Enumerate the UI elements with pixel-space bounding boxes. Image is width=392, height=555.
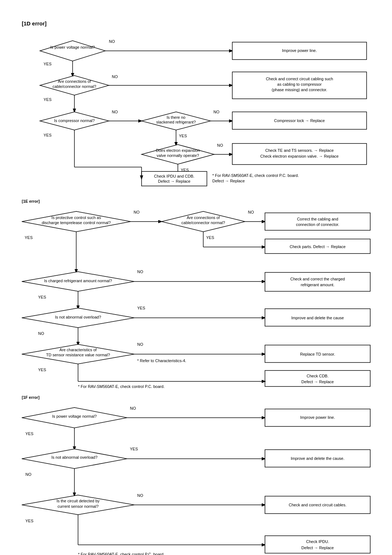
r2-1d-2: as cabling to compressor: [277, 82, 322, 86]
q5-1e: Are characteristics of: [60, 348, 97, 352]
r2-1d-3: (phase missing) and connector.: [272, 88, 327, 92]
yes-1e-q4: YES: [137, 306, 145, 310]
q1-1d: Is power voltage normal?: [50, 45, 95, 49]
no-1f-q1: NO: [130, 406, 136, 410]
r4-1e: Improve and delete the cause: [291, 316, 344, 320]
no-1d-q5: NO: [217, 143, 223, 147]
yes-1d-q3: YES: [44, 133, 52, 137]
note1-1d: * For RAV-SM560AT-E, check control P.C. …: [212, 173, 299, 178]
r2-1e: Check parts. Defect → Replace: [290, 244, 346, 249]
no-1d-q4: NO: [213, 110, 220, 114]
q5-1e-2: TD sensor resistance value normal?: [46, 353, 110, 357]
no-1e-q1: NO: [134, 210, 140, 214]
r5-1d: Check IPDU and CDB.: [154, 174, 194, 178]
q2-1d: Are connections of: [58, 79, 91, 84]
r3-1f: Check and correct circuit cables.: [289, 503, 347, 507]
no-1d-q1: NO: [109, 39, 115, 44]
r2-1d: Check and correct circuit cabling such: [266, 77, 333, 81]
no-1e-q3: NO: [137, 270, 143, 274]
q5-1d: Does electron expansion: [156, 148, 200, 153]
section-1f: [1F error] Is power voltage normal? NO Y…: [11, 389, 381, 555]
r5-1d-2: Defect → Replace: [158, 179, 190, 183]
svg-rect-19: [142, 171, 207, 186]
r2-1f: Improve and delete the cause.: [291, 456, 344, 461]
q1-1e-2: discharge temprelease control normal?: [42, 220, 111, 225]
r1-1d: Improve power line.: [282, 48, 317, 53]
r1-1f: Improve power line.: [300, 415, 335, 420]
no-1f-q3: NO: [137, 493, 143, 498]
r6-1e-2: Defect → Replace: [301, 380, 334, 384]
r3-1e-2: refrigerant amount.: [301, 283, 335, 287]
yes-1e-q1: YES: [25, 235, 33, 240]
q3-1f-2: current sensor normal?: [57, 504, 98, 509]
no-1d-q2: NO: [112, 74, 118, 79]
yes-1d-q2: YES: [44, 97, 52, 102]
r1-1e: Correct the cabling and: [297, 217, 338, 221]
r4-1d: Check TE and TS sensors. → Replace: [265, 148, 334, 153]
q2-1f: Is not abnormal overload?: [51, 455, 97, 459]
r5-1e: Replace TD sensor.: [300, 352, 335, 356]
yes-1d-q4: YES: [179, 134, 187, 138]
yes-1e-q2: YES: [206, 235, 214, 240]
no-1e-q2: NO: [248, 210, 254, 214]
q2-1e-2: cable/connector normal?: [181, 220, 225, 225]
title-1f: [1F error]: [22, 395, 40, 400]
svg-rect-58: [265, 536, 370, 553]
note2-1e: * For RAV-SM560AT-E, check control P.C. …: [78, 384, 164, 389]
yes-1f-q3: YES: [25, 519, 33, 523]
svg-rect-34: [265, 272, 370, 291]
r4-1d-2: Check electron expansion valve. → Replac…: [260, 154, 339, 158]
q4-1d-2: slackened refrigerant?: [156, 120, 196, 124]
r4-1f: Check IPDU.: [306, 539, 329, 544]
note1-1d-2: Defect → Replace: [212, 179, 245, 183]
yes-1f-q1: YES: [25, 432, 33, 436]
section-1d: [1D error] Is power voltage normal? NO Y…: [11, 15, 381, 193]
no-1f-q2: NO: [25, 472, 32, 477]
q4-1e: Is not abnormal overload?: [55, 315, 101, 319]
svg-rect-43: [265, 370, 370, 386]
diagram-1f: [1F error] Is power voltage normal? NO Y…: [11, 389, 381, 555]
r4-1f-2: Defect → Replace: [301, 546, 334, 550]
q4-1d: Is there no: [167, 115, 185, 119]
r3-1d: Compressor lock → Replace: [274, 118, 325, 123]
svg-marker-0: [40, 41, 105, 61]
r1-1e-2: connection of connector.: [296, 222, 339, 227]
q3-1d: Is compressor normal?: [54, 118, 95, 123]
q3-1e: Is charged refrigerant amount normal?: [44, 279, 112, 283]
r3-1e: Check and correct the charged: [290, 277, 345, 281]
no-1d-q3: NO: [112, 110, 118, 114]
yes-1f-q2: YES: [130, 447, 138, 451]
section-1e: [1E error] Is protective control such as…: [11, 193, 381, 389]
q2-1d-2: cable/connector normal?: [53, 84, 96, 89]
note1-1e: * Refer to Characteristics-4.: [137, 358, 186, 363]
r6-1e: Check CDB.: [307, 374, 329, 378]
diagram-1e: [1E error] Is protective control such as…: [11, 193, 381, 389]
svg-rect-29: [265, 213, 370, 230]
q3-1f: Is the circuit detected by: [57, 499, 100, 503]
yes-1e-q5: YES: [38, 368, 46, 372]
q2-1e: Are connections of: [187, 215, 220, 220]
q1-1f: Is power voltage normal?: [52, 414, 97, 418]
q1-1e: Is protective control such as: [52, 215, 101, 220]
yes-1e-q3: YES: [38, 295, 46, 299]
title-1d: [1D error]: [22, 20, 46, 27]
yes-1d-q1: YES: [44, 62, 52, 66]
q5-1d-2: valve normally operate?: [157, 153, 199, 158]
note1-1f: * For RAV-SM560AT-E, check control P.C. …: [78, 552, 164, 555]
no-1e-q5: NO: [137, 342, 143, 347]
no-1e-q4: NO: [38, 331, 44, 336]
title-1e: [1E error]: [22, 199, 40, 203]
diagram-1d: [1D error] Is power voltage normal? NO Y…: [11, 15, 381, 193]
